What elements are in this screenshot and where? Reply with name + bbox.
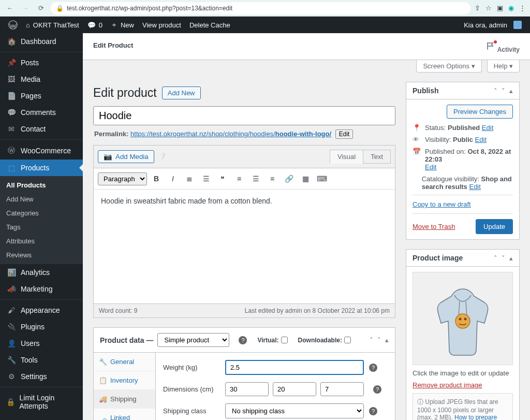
panel-toggle-icon[interactable]: ▴: [509, 254, 513, 262]
bookmark-icon[interactable]: ☆: [485, 4, 492, 12]
length-input[interactable]: [225, 382, 269, 396]
remove-image-link[interactable]: Remove product image: [413, 381, 482, 389]
panel-down-icon[interactable]: ˅: [502, 254, 505, 262]
wrench-icon: 🔧: [6, 356, 17, 364]
comments-link[interactable]: 💬0: [83, 17, 107, 33]
italic-button[interactable]: I: [166, 171, 180, 186]
reload-button[interactable]: ⟳: [35, 3, 47, 14]
update-button[interactable]: Update: [476, 219, 513, 234]
visual-tab[interactable]: Visual: [330, 150, 363, 164]
align-left-button[interactable]: ≡: [232, 171, 246, 186]
share-icon[interactable]: ⇧: [475, 4, 480, 12]
permalink-link[interactable]: https://test.okrogerthat.nz/shop/clothin…: [130, 130, 331, 138]
edit-date-link[interactable]: Edit: [425, 163, 436, 171]
help-tab[interactable]: Help ▾: [487, 60, 520, 73]
forward-button[interactable]: →: [20, 3, 31, 14]
panel-down-icon[interactable]: ˅: [502, 87, 505, 95]
dimensions-help-icon[interactable]: ?: [373, 385, 381, 394]
num-list-button[interactable]: ☰: [199, 171, 213, 186]
copy-draft-link[interactable]: Copy to a new draft: [413, 200, 471, 208]
menu-dashboard[interactable]: 🏠Dashboard: [0, 33, 83, 50]
add-media-button[interactable]: 📷Add Media: [98, 150, 154, 163]
weight-help-icon[interactable]: ?: [369, 364, 377, 372]
tab-linked[interactable]: 🔗Linked Products: [94, 409, 155, 420]
menu-limit-login[interactable]: 🔒Limit Login Attempts: [0, 387, 83, 414]
menu-tools[interactable]: 🔧Tools: [0, 352, 83, 368]
menu-posts[interactable]: 📌Posts: [0, 52, 83, 71]
submenu-reviews[interactable]: Reviews: [0, 248, 83, 262]
eye-icon: 👁: [413, 136, 421, 143]
tab-shipping[interactable]: 🚚Shipping: [94, 390, 155, 409]
type-help-icon[interactable]: ?: [239, 336, 247, 344]
menu-pages[interactable]: 📄Pages: [0, 88, 83, 104]
submenu-tags[interactable]: Tags: [0, 220, 83, 234]
bullet-list-button[interactable]: ≣: [182, 171, 197, 186]
tab-general[interactable]: 🔧General: [94, 353, 155, 371]
add-new-button[interactable]: Add New: [162, 86, 201, 99]
edit-catalog-link[interactable]: Edit: [469, 183, 480, 191]
shield-icon[interactable]: ◉: [508, 4, 514, 12]
menu-comments[interactable]: 💬Comments: [0, 104, 83, 121]
move-to-trash-link[interactable]: Move to Trash: [413, 223, 455, 230]
account-link[interactable]: Kia ora, admin: [460, 21, 526, 29]
quote-button[interactable]: ❝: [215, 171, 230, 186]
downloadable-checkbox[interactable]: [344, 337, 351, 343]
view-product-link[interactable]: View product: [138, 17, 185, 33]
edit-status-link[interactable]: Edit: [482, 124, 493, 132]
back-button[interactable]: ←: [4, 3, 16, 14]
height-input[interactable]: [320, 382, 364, 396]
screen-options-tab[interactable]: Screen Options ▾: [416, 60, 481, 73]
shipping-class-select[interactable]: No shipping class: [225, 403, 364, 418]
menu-appearance[interactable]: 🖌Appearance: [0, 299, 83, 318]
panel-up-icon[interactable]: ˄: [494, 254, 497, 262]
edit-visibility-link[interactable]: Edit: [475, 136, 487, 143]
width-input[interactable]: [273, 382, 316, 396]
panel-down-icon[interactable]: ˅: [377, 336, 381, 344]
text-tab[interactable]: Text: [363, 150, 391, 164]
bold-button[interactable]: B: [149, 171, 164, 186]
format-select[interactable]: Paragraph: [98, 172, 147, 185]
menu-media[interactable]: 🖼Media: [0, 71, 83, 88]
edit-slug-button[interactable]: Edit: [335, 129, 354, 139]
menu-analytics[interactable]: 📊Analytics: [0, 264, 83, 281]
submenu-categories[interactable]: Categories: [0, 206, 83, 220]
menu-users[interactable]: 👤Users: [0, 335, 83, 352]
activity-panel[interactable]: Activity: [485, 41, 520, 53]
menu-plugins[interactable]: 🔌Plugins: [0, 318, 83, 335]
menu-marketing[interactable]: 📣Marketing: [0, 281, 83, 297]
product-image-thumbnail[interactable]: [413, 272, 513, 365]
menu-products[interactable]: ⬚Products: [0, 160, 83, 176]
panel-toggle-icon[interactable]: ▴: [509, 87, 513, 95]
product-type-select[interactable]: Simple product: [157, 333, 229, 347]
panel-up-icon[interactable]: ˄: [370, 336, 373, 344]
editor-help-icon[interactable]: ❔: [158, 153, 167, 161]
menu-settings[interactable]: ⚙Settings: [0, 368, 83, 385]
shipping-class-help-icon[interactable]: ?: [369, 407, 377, 415]
toolbar-toggle-button[interactable]: ⌨: [315, 171, 329, 186]
extension-icon[interactable]: ▣: [497, 4, 503, 12]
link-button[interactable]: 🔗: [282, 171, 296, 186]
align-right-button[interactable]: ≡: [265, 171, 279, 186]
submenu-all-products[interactable]: All Products: [0, 178, 83, 192]
site-name-link[interactable]: ⌂OKRT ThatTest: [22, 17, 83, 33]
product-title-input[interactable]: [93, 106, 395, 125]
kebab-menu-icon[interactable]: ⋮: [519, 4, 526, 12]
editor-body[interactable]: Hoodie in sweatshirt fabric made from a …: [94, 190, 395, 303]
weight-input[interactable]: [225, 360, 364, 375]
more-button[interactable]: ▦: [298, 171, 313, 186]
submenu-attributes[interactable]: Attributes: [0, 234, 83, 248]
url-bar[interactable]: 🔒 test.okrogerthat.nz/wp-admin/post.php?…: [51, 2, 470, 15]
virtual-checkbox[interactable]: [281, 337, 288, 343]
menu-contact[interactable]: ✉Contact: [0, 121, 83, 137]
new-content-link[interactable]: ＋New: [107, 17, 138, 33]
wp-logo[interactable]: [4, 17, 22, 33]
preview-changes-button[interactable]: Preview Changes: [447, 105, 513, 119]
collapse-menu[interactable]: ◀Collapse menu: [0, 414, 83, 420]
align-center-button[interactable]: ☰: [248, 171, 263, 186]
submenu-add-new[interactable]: Add New: [0, 192, 83, 206]
delete-cache-link[interactable]: Delete Cache: [185, 17, 234, 33]
panel-toggle-icon[interactable]: ▴: [385, 336, 389, 344]
panel-up-icon[interactable]: ˄: [494, 87, 497, 95]
menu-woocommerce[interactable]: ⓦWooCommerce: [0, 139, 83, 160]
tab-inventory[interactable]: 📋Inventory: [94, 371, 155, 390]
